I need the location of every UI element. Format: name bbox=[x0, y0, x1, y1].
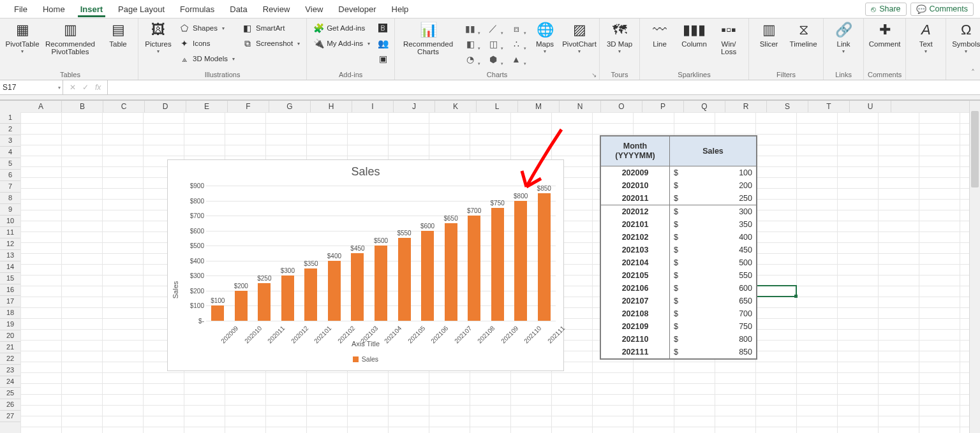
tab-home[interactable]: Home bbox=[35, 1, 73, 17]
row-header-6[interactable]: 6 bbox=[0, 170, 20, 181]
tab-view[interactable]: View bbox=[297, 1, 330, 17]
cell-sales[interactable]: $100 bbox=[670, 166, 757, 180]
get-addins-button[interactable]: 🧩Get Add-ins bbox=[311, 21, 373, 35]
table-header-month[interactable]: Month (YYYYMM) bbox=[601, 136, 670, 166]
symbols-button[interactable]: ΩSymbols▾ bbox=[950, 20, 980, 67]
enter-icon[interactable]: ✓ bbox=[82, 83, 89, 92]
people-graph-addin[interactable]: 👥 bbox=[375, 36, 390, 50]
cell-sales[interactable]: $550 bbox=[670, 269, 757, 282]
col-header-M[interactable]: M bbox=[518, 101, 560, 112]
table-row[interactable]: 202012$300 bbox=[601, 205, 757, 219]
cell-sales[interactable]: $750 bbox=[670, 320, 757, 333]
row-header-11[interactable]: 11 bbox=[0, 227, 20, 239]
row-header-27[interactable]: 27 bbox=[0, 411, 20, 422]
col-header-L[interactable]: L bbox=[477, 101, 518, 112]
tab-insert[interactable]: Insert bbox=[73, 1, 110, 17]
table-row[interactable]: 202105$550 bbox=[601, 269, 757, 282]
formula-input[interactable] bbox=[108, 80, 980, 94]
col-header-B[interactable]: B bbox=[62, 101, 103, 112]
cell-month[interactable]: 202102 bbox=[601, 231, 670, 244]
table-row[interactable]: 202010$200 bbox=[601, 179, 757, 192]
cell-sales[interactable]: $800 bbox=[670, 333, 757, 346]
row-header-10[interactable]: 10 bbox=[0, 216, 20, 227]
vertical-scrollbar[interactable] bbox=[969, 101, 980, 433]
worksheet[interactable]: ABCDEFGHIJKLMNOPQRSTU 123456789101112131… bbox=[0, 100, 980, 433]
row-header-3[interactable]: 3 bbox=[0, 135, 20, 147]
table-button[interactable]: ▤ Table bbox=[102, 20, 134, 67]
maps-button[interactable]: 🌐 Maps ▾ bbox=[529, 20, 561, 67]
table-row[interactable]: 202111$850 bbox=[601, 346, 757, 359]
chart-line-button[interactable]: ／▾ bbox=[483, 22, 503, 36]
name-box[interactable]: S17 ▾ bbox=[0, 80, 63, 94]
chart-combo-button[interactable]: ⧈▾ bbox=[506, 22, 526, 36]
column-headers[interactable]: ABCDEFGHIJKLMNOPQRSTU bbox=[20, 101, 970, 113]
row-header-13[interactable]: 13 bbox=[0, 250, 20, 261]
cell-sales[interactable]: $850 bbox=[670, 346, 757, 359]
cell-month[interactable]: 202103 bbox=[601, 244, 670, 256]
cell-month[interactable]: 202012 bbox=[601, 205, 670, 219]
row-header-20[interactable]: 20 bbox=[0, 330, 20, 342]
col-header-I[interactable]: I bbox=[352, 101, 394, 112]
cell-month[interactable]: 202010 bbox=[601, 179, 670, 192]
cell-month[interactable]: 202011 bbox=[601, 192, 670, 205]
table-row[interactable]: 202011$250 bbox=[601, 192, 757, 205]
icons-button[interactable]: ✦Icons bbox=[177, 36, 237, 50]
rec-pivottables-button[interactable]: ▥ Recommended PivotTables bbox=[41, 20, 100, 67]
row-headers[interactable]: 1234567891011121314151617181920212223242… bbox=[0, 112, 21, 433]
chart-surface-button[interactable]: ▲▾ bbox=[506, 52, 526, 66]
share-button[interactable]: ⎋ Share bbox=[865, 3, 906, 16]
row-header-23[interactable]: 23 bbox=[0, 365, 20, 376]
cell-month[interactable]: 202106 bbox=[601, 282, 670, 295]
my-addins-button[interactable]: 🔌My Add-ins▾ bbox=[311, 36, 373, 50]
col-header-O[interactable]: O bbox=[601, 101, 642, 112]
cell-sales[interactable]: $300 bbox=[670, 205, 757, 219]
spark-winloss-button[interactable]: ▪▫▪Win/ Loss bbox=[713, 20, 745, 67]
row-header-12[interactable]: 12 bbox=[0, 239, 20, 250]
cell-sales[interactable]: $450 bbox=[670, 244, 757, 256]
col-header-N[interactable]: N bbox=[560, 101, 601, 112]
col-header-E[interactable]: E bbox=[186, 101, 228, 112]
chart-pie-button[interactable]: ◔▾ bbox=[460, 52, 480, 66]
table-row[interactable]: 202103$450 bbox=[601, 244, 757, 256]
col-header-Q[interactable]: Q bbox=[684, 101, 725, 112]
data-table[interactable]: Month (YYYYMM) Sales 202009$100202010$20… bbox=[600, 135, 757, 360]
col-header-J[interactable]: J bbox=[394, 101, 435, 112]
shapes-button[interactable]: ⬠Shapes▾ bbox=[177, 21, 237, 35]
cell-month[interactable]: 202101 bbox=[601, 218, 670, 231]
table-row[interactable]: 202101$350 bbox=[601, 218, 757, 231]
col-header-U[interactable]: U bbox=[850, 101, 891, 112]
fx-icon[interactable]: fx bbox=[95, 83, 101, 92]
chart-hierarchy-button[interactable]: ◧▾ bbox=[460, 37, 480, 51]
chart-map-button[interactable]: ⬢▾ bbox=[483, 52, 503, 66]
tab-data[interactable]: Data bbox=[222, 1, 255, 17]
tab-formulas[interactable]: Formulas bbox=[172, 1, 222, 17]
cell-month[interactable]: 202109 bbox=[601, 320, 670, 333]
table-row[interactable]: 202104$500 bbox=[601, 256, 757, 269]
pictures-button[interactable]: 🖼 Pictures ▾ bbox=[142, 20, 174, 67]
cell-sales[interactable]: $500 bbox=[670, 256, 757, 269]
table-row[interactable]: 202106$600 bbox=[601, 282, 757, 295]
select-all-corner[interactable] bbox=[0, 101, 21, 113]
cell-sales[interactable]: $350 bbox=[670, 218, 757, 231]
comments-button[interactable]: 💬 Comments bbox=[910, 3, 974, 16]
row-header-8[interactable]: 8 bbox=[0, 193, 20, 204]
tab-file[interactable]: File bbox=[6, 1, 35, 17]
recommended-charts-button[interactable]: 📊 Recommended Charts bbox=[399, 20, 457, 67]
table-row[interactable]: 202110$800 bbox=[601, 333, 757, 346]
row-header-15[interactable]: 15 bbox=[0, 273, 20, 284]
pivotchart-button[interactable]: ▨ PivotChart ▾ bbox=[563, 20, 595, 67]
col-header-D[interactable]: D bbox=[145, 101, 186, 112]
bing-maps-addin[interactable]: 🅱 bbox=[375, 21, 390, 35]
col-header-C[interactable]: C bbox=[103, 101, 145, 112]
col-header-F[interactable]: F bbox=[228, 101, 269, 112]
cell-month[interactable]: 202104 bbox=[601, 256, 670, 269]
table-row[interactable]: 202109$750 bbox=[601, 320, 757, 333]
collapse-ribbon-button[interactable]: ˄ bbox=[971, 68, 975, 77]
row-header-19[interactable]: 19 bbox=[0, 319, 20, 330]
3d-models-button[interactable]: ⟁3D Models▾ bbox=[177, 52, 237, 66]
cell-sales[interactable]: $600 bbox=[670, 282, 757, 295]
col-header-P[interactable]: P bbox=[642, 101, 684, 112]
table-row[interactable]: 202108$700 bbox=[601, 307, 757, 320]
row-header-18[interactable]: 18 bbox=[0, 307, 20, 319]
cancel-icon[interactable]: ✕ bbox=[70, 83, 76, 92]
